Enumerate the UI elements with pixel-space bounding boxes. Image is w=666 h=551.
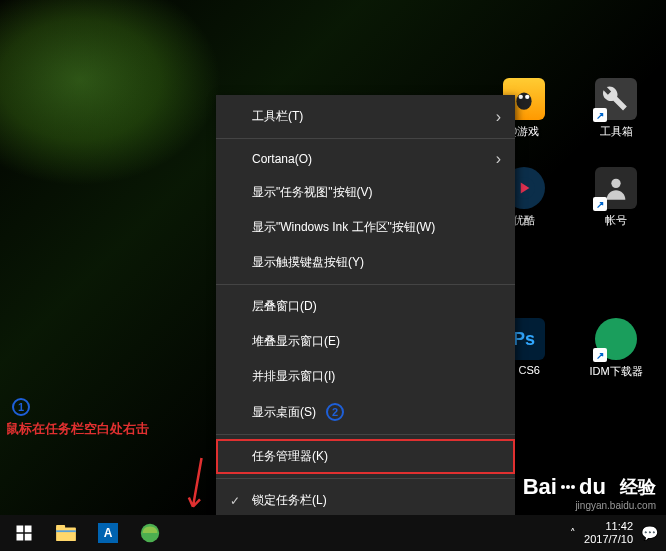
menu-lock-taskbar[interactable]: ✓锁定任务栏(L) <box>216 483 515 518</box>
menu-stack-windows[interactable]: 堆叠显示窗口(E) <box>216 324 515 359</box>
checkmark-icon: ✓ <box>230 494 252 508</box>
desktop-icon-idm[interactable]: ↗ IDM下载器 <box>584 318 648 379</box>
taskbar-app-explorer[interactable] <box>46 517 86 549</box>
svg-rect-6 <box>25 526 32 533</box>
svg-rect-9 <box>56 528 76 542</box>
menu-cortana[interactable]: Cortana(O) <box>216 143 515 175</box>
menu-show-ink[interactable]: 显示"Windows Ink 工作区"按钮(W) <box>216 210 515 245</box>
menu-separator <box>216 478 515 479</box>
watermark-text: Bai <box>523 474 557 500</box>
svg-rect-5 <box>17 526 24 533</box>
watermark-text: du <box>579 474 606 500</box>
menu-label: Cortana(O) <box>252 152 312 166</box>
paw-icon <box>561 485 575 489</box>
menu-cascade-windows[interactable]: 层叠窗口(D) <box>216 289 515 324</box>
watermark-text: 经验 <box>620 475 656 499</box>
menu-label: 锁定任务栏(L) <box>252 492 327 509</box>
svg-rect-10 <box>56 525 65 530</box>
menu-label: 并排显示窗口(I) <box>252 368 335 385</box>
icon-label: IDM下载器 <box>589 364 642 379</box>
taskbar-app-browser[interactable] <box>130 517 170 549</box>
menu-label: 堆叠显示窗口(E) <box>252 333 340 350</box>
taskbar-app-ime[interactable]: A <box>88 517 128 549</box>
menu-task-manager[interactable]: 任务管理器(K) <box>216 439 515 474</box>
watermark-url: jingyan.baidu.com <box>523 500 656 511</box>
desktop-icon-account[interactable]: ↗ 帐号 <box>584 167 648 228</box>
menu-label: 层叠窗口(D) <box>252 298 317 315</box>
menu-show-desktop[interactable]: 显示桌面(S) 2 <box>216 394 515 430</box>
start-button[interactable] <box>4 517 44 549</box>
svg-point-4 <box>611 179 620 188</box>
icon-label: 帐号 <box>605 213 627 228</box>
svg-rect-7 <box>17 534 24 541</box>
menu-separator <box>216 138 515 139</box>
menu-toolbars[interactable]: 工具栏(T) <box>216 99 515 134</box>
taskbar-context-menu: 工具栏(T) Cortana(O) 显示"任务视图"按钮(V) 显示"Windo… <box>216 95 515 551</box>
notification-icon[interactable]: 💬 <box>641 525 658 541</box>
menu-show-touch-keyboard[interactable]: 显示触摸键盘按钮(Y) <box>216 245 515 280</box>
icon-label: 工具箱 <box>600 124 633 139</box>
watermark: Baidu 经验 jingyan.baidu.com <box>523 474 656 511</box>
menu-sidebyside-windows[interactable]: 并排显示窗口(I) <box>216 359 515 394</box>
svg-point-1 <box>519 95 523 99</box>
desktop-icon-toolbox[interactable]: ↗ 工具箱 <box>584 78 648 139</box>
annotation-marker-1: 1 <box>12 398 30 416</box>
menu-separator <box>216 434 515 435</box>
tray-date: 2017/7/10 <box>584 533 633 546</box>
menu-label: 显示"Windows Ink 工作区"按钮(W) <box>252 219 435 236</box>
taskbar[interactable]: A ˄ 11:42 2017/7/10 💬 <box>0 515 666 551</box>
svg-rect-11 <box>56 530 76 532</box>
tray-time: 11:42 <box>584 520 633 533</box>
menu-show-taskview[interactable]: 显示"任务视图"按钮(V) <box>216 175 515 210</box>
desktop-icons-area: ↗ Q游戏 ↗ 工具箱 ↗ 优酷 ↗ 帐号 Ps↗ S CS6 ↗ IDM下载器 <box>492 78 648 379</box>
icon-label: 优酷 <box>513 213 535 228</box>
menu-label: 显示桌面(S) <box>252 404 316 421</box>
menu-label: 显示"任务视图"按钮(V) <box>252 184 373 201</box>
menu-label: 工具栏(T) <box>252 108 303 125</box>
system-tray[interactable]: ˄ 11:42 2017/7/10 💬 <box>570 515 658 551</box>
tray-up-icon[interactable]: ˄ <box>570 527 576 540</box>
annotation-instruction: 鼠标在任务栏空白处右击 <box>6 420 149 438</box>
svg-point-2 <box>525 95 529 99</box>
menu-label: 任务管理器(K) <box>252 448 328 465</box>
annotation-marker-2: 2 <box>326 403 344 421</box>
svg-rect-8 <box>25 534 32 541</box>
menu-separator <box>216 284 515 285</box>
svg-point-0 <box>516 93 531 110</box>
menu-label: 显示触摸键盘按钮(Y) <box>252 254 364 271</box>
